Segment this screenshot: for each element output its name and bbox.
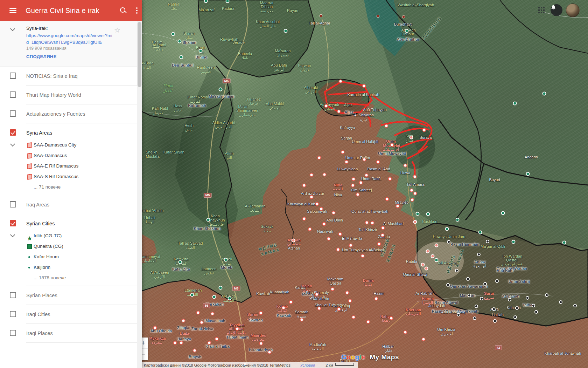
layer-item-label: SAA-Damascus City xyxy=(34,142,76,148)
view-count: 149 909 показвания xyxy=(26,46,66,51)
show-more-link[interactable]: ... 1878 повече xyxy=(0,273,137,283)
map-canvas[interactable]: NahlehنحلةMa'arrzafKaduraMaarratDibsahمع… xyxy=(142,0,588,368)
layer-checkbox[interactable] xyxy=(10,73,16,79)
scale-label: 2 км xyxy=(326,363,333,367)
layer-list: NOTICIAS: Siria e IraqThurt Map History … xyxy=(0,67,137,343)
layer-label: Iraq Areas xyxy=(26,202,49,207)
show-more-label: ... 1878 повече xyxy=(34,275,66,280)
dot-icon xyxy=(28,256,30,258)
layer-item-label: Quneitra (CG) xyxy=(34,244,63,249)
zone-enclave-north xyxy=(198,0,315,77)
search-icon[interactable] xyxy=(119,7,127,14)
map-info-panel: Syria-Irak: https://www.google.com/maps/… xyxy=(0,21,137,67)
map-subtitle: Syria-Irak: xyxy=(26,26,48,31)
layer-item-label: Kaljibrin xyxy=(34,265,50,270)
divider xyxy=(26,342,137,343)
layer-label: Thurt Map History World xyxy=(26,92,81,98)
favorite-star-icon[interactable]: ☆ xyxy=(114,26,120,34)
layer-row[interactable]: Thurt Map History World xyxy=(0,86,137,104)
layer-label: Iraqi Places xyxy=(26,330,53,336)
layer-row[interactable]: Actualizaciones y Fuentes xyxy=(0,104,137,123)
layer-checkbox[interactable] xyxy=(10,201,16,207)
dot-icon xyxy=(28,267,30,268)
layer-item[interactable]: SAA-S Rif Damascus xyxy=(0,171,137,182)
layer-item[interactable]: SAA-E Rif Damascus xyxy=(0,161,137,171)
scrollbar-thumb[interactable] xyxy=(138,22,141,87)
layer-item[interactable]: Quneitra (CG) xyxy=(0,241,137,252)
layer-label: Actualizaciones y Fuentes xyxy=(26,111,85,117)
layer-row[interactable]: Iraq Areas xyxy=(0,195,137,214)
square-icon xyxy=(27,244,32,249)
google-apps-grid-icon[interactable] xyxy=(538,7,545,13)
layer-item[interactable]: Kafar Houm xyxy=(0,252,137,262)
layer-item-label: SAA-E Rif Damascus xyxy=(34,163,78,169)
share-button[interactable]: СПОДЕЛЯНЕ xyxy=(26,54,57,59)
terms-link[interactable]: Условия xyxy=(300,363,315,367)
zoom-in-button[interactable]: + xyxy=(142,338,148,349)
layer-checkbox[interactable] xyxy=(10,91,16,98)
my-maps-app: NahlehنحلةMa'arrzafKaduraMaarratDibsahمع… xyxy=(0,0,588,368)
pale-urban-patch xyxy=(415,242,464,280)
area-icon xyxy=(27,163,32,169)
overflow-menu-icon[interactable] xyxy=(136,6,138,15)
collapse-chevron-icon[interactable] xyxy=(11,26,15,30)
app-header: Guerra Civil Siria e irak xyxy=(0,0,142,21)
admin-line-dashed xyxy=(142,33,196,53)
layer-label: NOTICIAS: Siria e Iraq xyxy=(26,73,78,79)
bell-icon xyxy=(551,4,556,10)
layer-item-label: Kafar Houm xyxy=(34,254,59,259)
layer-row[interactable]: Iraqi Cities xyxy=(0,305,137,324)
layer-row[interactable]: Iraqi Places xyxy=(0,324,137,343)
zone-red-west-wedge xyxy=(142,234,157,264)
layer-item[interactable]: SAA-Damascus xyxy=(0,150,137,161)
layer-item-label: SAA-Damascus xyxy=(34,153,67,158)
layer-checkbox[interactable] xyxy=(10,292,16,298)
map-title: Guerra Civil Siria e irak xyxy=(26,7,99,15)
map-overlays xyxy=(142,0,588,368)
layer-item[interactable]: ★Idlib (CG-TC) xyxy=(0,231,137,241)
layers-sidebar: Guerra Civil Siria e irak Syria-Irak: ht… xyxy=(0,0,142,368)
layer-checkbox[interactable] xyxy=(10,110,16,117)
layer-item-label: SAA-S Rif Damascus xyxy=(34,174,78,179)
area-icon xyxy=(27,142,32,148)
layer-checkbox[interactable] xyxy=(10,311,16,317)
area-icon xyxy=(27,153,32,159)
layer-label: Syrian Places xyxy=(26,293,57,298)
attribution-text: Картографски данни ©2018 Google Фотограф… xyxy=(144,363,290,367)
sidebar-scrollbar[interactable] xyxy=(137,21,142,368)
layer-item[interactable]: SAA-Damascus City xyxy=(0,140,137,150)
layer-row[interactable]: NOTICIAS: Siria e Iraq xyxy=(0,67,137,86)
notifications-bell-button[interactable] xyxy=(551,4,562,16)
map-attribution-bar: Картографски данни ©2018 Google Фотограф… xyxy=(142,362,358,368)
map-url-link[interactable]: https://www.google.com/maps/d/viewer?mid… xyxy=(26,32,114,46)
show-more-label: ... 71 повече xyxy=(34,184,61,190)
layer-row[interactable]: Syrian Cities★Idlib (CG-TC)Quneitra (CG)… xyxy=(0,214,137,286)
menu-hamburger-icon[interactable] xyxy=(9,8,16,13)
layer-item[interactable]: Kaljibrin xyxy=(0,262,137,273)
area-icon xyxy=(27,174,32,180)
zoom-out-button[interactable]: − xyxy=(142,349,148,360)
layer-row[interactable]: Syrian Places xyxy=(0,286,137,305)
layer-checkbox[interactable] xyxy=(10,330,16,336)
zoom-control: + − xyxy=(142,338,148,360)
layer-item-label: Idlib (CG-TC) xyxy=(34,233,62,238)
layer-label: Iraqi Cities xyxy=(26,312,50,317)
show-more-link[interactable]: ... 71 повече xyxy=(0,182,137,192)
account-avatar[interactable] xyxy=(566,4,580,17)
scale-bar xyxy=(335,363,354,366)
layer-row[interactable]: Syria AreasSAA-Damascus CitySAA-Damascus… xyxy=(0,123,137,195)
